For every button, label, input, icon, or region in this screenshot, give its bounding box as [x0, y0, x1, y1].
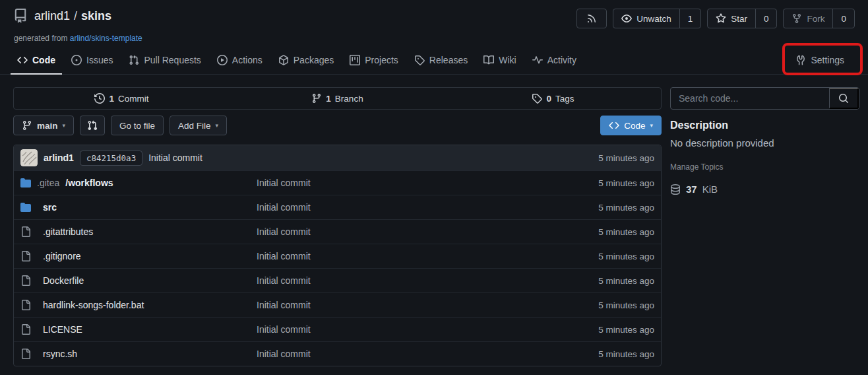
- commits-count: 1: [109, 94, 114, 104]
- tab-pull-requests[interactable]: Pull Requests: [122, 48, 207, 75]
- tools-icon: [795, 55, 806, 65]
- file-name-link[interactable]: rsync.sh: [20, 349, 257, 359]
- code-download-button[interactable]: Code ▾: [600, 116, 662, 135]
- file-name-link[interactable]: .gitignore: [20, 251, 257, 261]
- rss-button[interactable]: [576, 9, 607, 28]
- fork-button[interactable]: Fork: [784, 9, 832, 28]
- template-repo-link[interactable]: arlind/skins-template: [70, 34, 142, 43]
- branches-label: Branch: [335, 94, 363, 104]
- file-commit-message-link[interactable]: Initial commit: [257, 226, 542, 237]
- history-icon: [94, 93, 105, 104]
- branch-selector[interactable]: main ▾: [13, 116, 74, 135]
- unwatch-label: Unwatch: [636, 14, 671, 24]
- file-icon: [20, 226, 31, 237]
- tab-code[interactable]: Code: [11, 48, 62, 75]
- tab-actions-label: Actions: [232, 55, 263, 65]
- file-commit-message-link[interactable]: Initial commit: [257, 349, 542, 359]
- code-search-box: [670, 87, 859, 110]
- file-commit-message-link[interactable]: Initial commit: [257, 251, 542, 261]
- repo-main-panel: 1 Commit 1 Branch 0 Tags main ▾: [13, 87, 662, 366]
- tab-projects[interactable]: Projects: [343, 48, 405, 75]
- description-title: Description: [670, 119, 859, 131]
- forks-count[interactable]: 0: [832, 9, 854, 28]
- commit-author-link[interactable]: arlind1: [44, 153, 74, 163]
- tab-releases[interactable]: Releases: [408, 48, 474, 75]
- tab-packages[interactable]: Packages: [272, 48, 340, 75]
- file-commit-time: 5 minutes ago: [542, 349, 654, 359]
- chevron-down-icon: ▾: [650, 123, 653, 129]
- repo-owner-link[interactable]: arlind1: [34, 9, 70, 23]
- commits-stat[interactable]: 1 Commit: [14, 88, 230, 109]
- file-name-link[interactable]: LICENSE: [20, 324, 257, 335]
- tab-issues[interactable]: Issues: [65, 48, 119, 75]
- branches-count: 1: [326, 94, 331, 104]
- branch-name: main: [37, 121, 58, 131]
- star-button[interactable]: Star: [708, 9, 755, 28]
- unwatch-button[interactable]: Unwatch: [613, 9, 679, 28]
- repo-name-link[interactable]: skins: [81, 9, 111, 23]
- file-name-link[interactable]: Dockerfile: [20, 275, 257, 286]
- package-icon: [278, 55, 289, 65]
- file-name-prefix: .gitea: [37, 178, 59, 188]
- chevron-down-icon: ▾: [63, 123, 66, 129]
- file-name-link[interactable]: .gitea/workflows: [20, 178, 257, 188]
- file-name-text: hardlink-songs-folder.bat: [43, 300, 257, 310]
- tags-stat[interactable]: 0 Tags: [445, 88, 661, 109]
- branches-stat[interactable]: 1 Branch: [230, 88, 445, 109]
- book-icon: [483, 55, 494, 65]
- star-button-group: Star 0: [707, 9, 777, 28]
- watchers-count[interactable]: 1: [679, 9, 701, 28]
- file-name-text: /workflows: [65, 178, 257, 188]
- file-row: src Initial commit 5 minutes ago: [14, 195, 661, 219]
- file-name-link[interactable]: src: [20, 202, 257, 213]
- tab-code-label: Code: [32, 55, 55, 65]
- file-commit-time: 5 minutes ago: [542, 227, 654, 237]
- file-commit-message-link[interactable]: Initial commit: [257, 275, 542, 286]
- compare-button[interactable]: [80, 116, 105, 135]
- file-icon: [20, 324, 31, 335]
- commit-message-link[interactable]: Initial commit: [148, 153, 202, 163]
- search-button[interactable]: [829, 88, 859, 109]
- fork-icon: [791, 13, 802, 24]
- tab-releases-label: Releases: [429, 55, 468, 65]
- commit-time: 5 minutes ago: [598, 153, 654, 163]
- tags-label: Tags: [555, 94, 574, 104]
- tab-settings[interactable]: Settings: [789, 48, 851, 75]
- tab-wiki-label: Wiki: [499, 55, 516, 65]
- file-commit-message-link[interactable]: Initial commit: [257, 178, 542, 188]
- file-icon: [20, 275, 31, 286]
- star-icon: [716, 13, 726, 24]
- pull-request-icon: [129, 55, 139, 65]
- tab-actions[interactable]: Actions: [210, 48, 269, 75]
- code-icon: [609, 120, 619, 131]
- repo-size-value: 37: [686, 184, 697, 195]
- file-commit-time: 5 minutes ago: [542, 178, 654, 188]
- star-label: Star: [731, 14, 747, 24]
- eye-icon: [621, 13, 632, 24]
- search-input[interactable]: [671, 88, 829, 109]
- tab-wiki[interactable]: Wiki: [477, 48, 522, 75]
- file-commit-message-link[interactable]: Initial commit: [257, 324, 542, 335]
- code-icon: [17, 55, 28, 65]
- page-title: arlind1 / skins: [34, 9, 111, 23]
- file-name-link[interactable]: .gitattributes: [20, 226, 257, 237]
- go-to-file-button[interactable]: Go to file: [111, 116, 164, 135]
- repo-sidebar: Description No description provided Mana…: [670, 87, 859, 195]
- header-actions: Unwatch 1 Star 0 Fork 0: [576, 9, 855, 28]
- compare-icon: [87, 120, 98, 131]
- tab-packages-label: Packages: [294, 55, 334, 65]
- file-commit-message-link[interactable]: Initial commit: [257, 300, 542, 310]
- commit-sha-link[interactable]: c84215d0a3: [80, 151, 142, 166]
- tab-activity[interactable]: Activity: [526, 48, 583, 75]
- file-commit-message-link[interactable]: Initial commit: [257, 202, 542, 213]
- play-icon: [217, 55, 228, 65]
- manage-topics-link[interactable]: Manage Topics: [670, 162, 724, 172]
- rss-icon: [586, 13, 597, 24]
- file-commit-time: 5 minutes ago: [542, 300, 654, 310]
- repo-icon: [13, 9, 28, 23]
- fork-label: Fork: [807, 14, 824, 24]
- file-name-link[interactable]: hardlink-songs-folder.bat: [20, 300, 257, 310]
- add-file-button[interactable]: Add File ▾: [170, 116, 227, 135]
- commits-label: Commit: [118, 94, 149, 104]
- stars-count[interactable]: 0: [755, 9, 777, 28]
